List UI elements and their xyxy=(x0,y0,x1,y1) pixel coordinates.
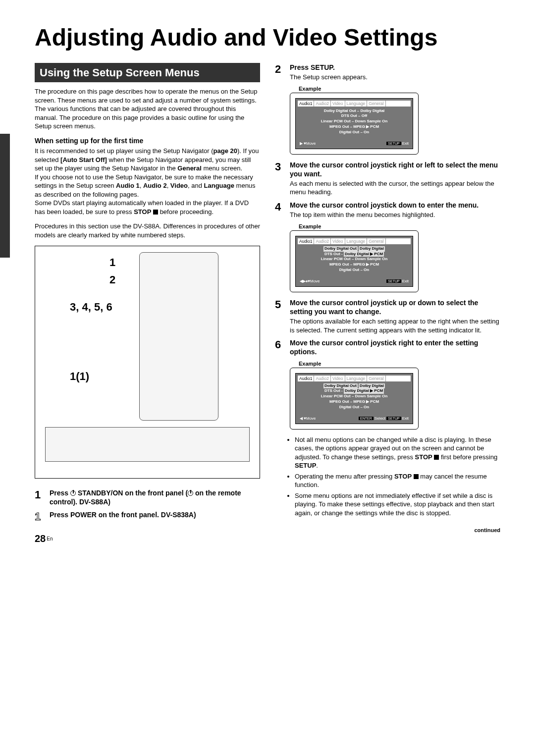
step-5-num: 5 xyxy=(275,298,285,334)
page-number: 28 xyxy=(35,533,46,544)
tabs-a: Audio1 Audio2 Video Language General xyxy=(298,101,411,107)
intro-paragraph: The procedure on this page describes how… xyxy=(35,87,260,131)
example-b-label: Example xyxy=(299,223,500,229)
note-2: Operating the menu after pressing STOP m… xyxy=(295,472,500,489)
step-5: 5 Move the cursor control joystick up or… xyxy=(275,298,500,334)
step-1: 1 Press STANDBY/ON on the front panel ( … xyxy=(35,488,260,506)
procedures-note: Procedures in this section use the DV-S8… xyxy=(35,222,260,239)
callout-2: 2 xyxy=(109,273,115,286)
callout-1alt: 1(1) xyxy=(70,370,89,383)
step-6-title: Move the cursor control joystick right t… xyxy=(290,338,500,356)
right-footer: continued xyxy=(275,527,500,533)
callout-3456: 3, 4, 5, 6 xyxy=(70,301,112,314)
note-3: Some menu options are not immediately ef… xyxy=(295,491,500,518)
step-6-num: 6 xyxy=(275,338,285,356)
page-lang: En xyxy=(47,536,53,541)
player-body xyxy=(45,427,250,462)
tv-box-b: Audio1 Audio2 Video Language General Dol… xyxy=(290,230,419,292)
stop-icon xyxy=(414,474,419,479)
stop-icon xyxy=(434,455,439,460)
remote-body xyxy=(139,252,218,421)
side-tab xyxy=(0,134,10,258)
callout-1: 1 xyxy=(109,256,115,269)
step-3-title: Move the cursor control joystick right o… xyxy=(290,161,500,178)
step-1-alt-title: Press POWER on the front panel. DV-S838A… xyxy=(50,510,260,519)
right-column: 2 Press SETUP. The Setup screen appears.… xyxy=(275,63,500,544)
step-3-desc: As each menu is selected with the cursor… xyxy=(290,179,500,197)
notes: Not all menu options can be changed whil… xyxy=(295,435,500,518)
remote-diagram: 1 2 3, 4, 5, 6 1(1) xyxy=(35,246,260,479)
power-icon xyxy=(70,490,76,496)
left-column: Using the Setup Screen Menus The procedu… xyxy=(35,63,260,544)
example-c: Example Audio1 Audio2 Video Language Gen… xyxy=(290,361,500,430)
note-1: Not all menu options can be changed whil… xyxy=(295,435,500,470)
step-2: 2 Press SETUP. The Setup screen appears. xyxy=(275,63,500,82)
step-3-num: 3 xyxy=(275,161,285,197)
step-1-alt-num: 1 xyxy=(35,510,45,523)
step-6: 6 Move the cursor control joystick right… xyxy=(275,338,500,356)
step-2-desc: The Setup screen appears. xyxy=(290,73,500,82)
step-4-desc: The top item within the menu becomes hig… xyxy=(290,211,500,219)
step-1-alt: 1 Press POWER on the front panel. DV-S83… xyxy=(35,510,260,523)
tv-box-c: Audio1 Audio2 Video Language General Dol… xyxy=(290,368,419,430)
example-a-label: Example xyxy=(299,86,500,92)
first-time-p1: It is recommended to set up player using… xyxy=(35,147,260,216)
section-header: Using the Setup Screen Menus xyxy=(35,63,260,83)
example-b: Example Audio1 Audio2 Video Language Gen… xyxy=(290,223,500,292)
step-4-num: 4 xyxy=(275,201,285,219)
step-5-title: Move the cursor control joystick up or d… xyxy=(290,298,500,316)
continued-label: continued xyxy=(474,527,500,533)
example-c-label: Example xyxy=(299,361,500,367)
step-2-num: 2 xyxy=(275,63,285,82)
step-4-title: Move the cursor control joystick down to… xyxy=(290,201,500,210)
power-icon xyxy=(188,490,193,496)
step-2-title: Press SETUP. xyxy=(290,63,500,72)
page-footer: 28 En xyxy=(35,533,260,544)
step-3: 3 Move the cursor control joystick right… xyxy=(275,161,500,197)
stop-icon xyxy=(153,210,158,215)
move-label: ▶ ♥Move xyxy=(300,141,316,146)
step-5-desc: The options available for each setting a… xyxy=(290,317,500,334)
step-4: 4 Move the cursor control joystick down … xyxy=(275,201,500,219)
page-title: Adjusting Audio and Video Settings xyxy=(35,25,500,51)
first-time-heading: When setting up for the first time xyxy=(35,137,260,145)
step-1-title: Press STANDBY/ON on the front panel ( on… xyxy=(50,488,260,506)
tv-box-a: Audio1 Audio2 Video Language General Dol… xyxy=(290,93,419,155)
example-a: Example Audio1 Audio2 Video Language Gen… xyxy=(290,86,500,155)
step-1-num: 1 xyxy=(35,488,45,506)
